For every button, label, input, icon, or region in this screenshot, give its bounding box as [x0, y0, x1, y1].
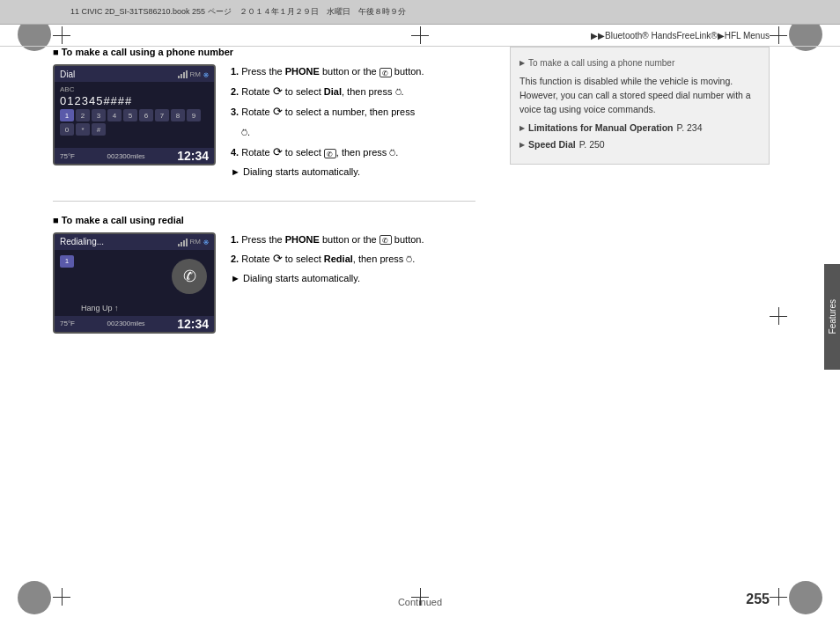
step2-auto: ► Dialing starts automatically. [231, 271, 424, 287]
breadcrumb: ▶▶Bluetooth® HandsFreeLink®▶HFL Menus [591, 31, 770, 40]
bar3b [183, 240, 185, 246]
bar1b [178, 244, 180, 246]
step1-1: 1. Press the PHONE button or the ✆ butto… [231, 64, 424, 80]
hang-up-label: Hang Up ↑ [81, 304, 119, 312]
screen2-topbar: Redialing... RM ⎈ [55, 234, 214, 250]
step2-2: 2. Rotate ⟳ to select Redial, then press… [231, 250, 424, 268]
time-display: 12:34 [177, 149, 209, 163]
temp-display2: 75°F [60, 320, 75, 327]
rm-label2: RM [190, 238, 201, 246]
dial-label: Dial [60, 70, 75, 79]
screen1-icons: RM ⎈ [178, 70, 209, 79]
key-6: 6 [139, 109, 153, 121]
screen1-bottom: 75°F 002300miles 12:34 [55, 148, 214, 164]
bluetooth-icon: ⎈ [203, 70, 209, 79]
info-box-title: To make a call using a phone number [519, 56, 760, 70]
bar3 [183, 72, 185, 78]
keypad2: 1 [60, 255, 113, 268]
phone-circle-icon: ✆ [172, 259, 207, 294]
limitations-label: Limitations for Manual Operation [528, 121, 674, 136]
speeddial-page: P. 250 [579, 138, 605, 152]
speeddial-label: Speed Dial [528, 138, 576, 152]
section2-heading: To make a call using redial [53, 215, 475, 225]
screen-dial: Dial RM ⎈ ABC [53, 64, 216, 165]
rm-label: RM [190, 70, 201, 78]
continued-label: Continued [398, 597, 442, 607]
file-info: 11 CIVIC 2D_SI-31TS86210.book 255 ページ ２０… [70, 6, 406, 18]
screen1-topbar: Dial RM ⎈ [55, 66, 214, 82]
key-0: 0 [60, 123, 74, 136]
miles-display2: 002300miles [107, 320, 145, 327]
key-5: 5 [123, 109, 137, 121]
time-display2: 12:34 [177, 317, 209, 331]
info-link-speeddial: Speed Dial P. 250 [519, 138, 760, 152]
screen1-body: ABC 012345#### 1 2 3 4 5 6 7 8 9 0 [55, 82, 214, 139]
bottom-bar: Continued [0, 597, 840, 607]
info-box: To make a call using a phone number This… [510, 47, 770, 165]
bar2 [181, 74, 182, 78]
step1-3b: ⍥. [241, 124, 424, 141]
bar4b [186, 239, 188, 246]
key2-1: 1 [60, 255, 74, 268]
key-1: 1 [60, 109, 74, 121]
header-nav: ▶▶Bluetooth® HandsFreeLink®▶HFL Menus [0, 25, 840, 47]
limitations-page: P. 234 [677, 121, 703, 136]
step2-1: 1. Press the PHONE button or the ✆ butto… [231, 232, 424, 248]
screen2-body: 1 ✆ Hang Up ↑ [55, 250, 214, 316]
section-divider [53, 201, 475, 202]
sidebar-tab: Features [824, 264, 840, 370]
miles-display: 002300miles [107, 152, 145, 160]
section1-inner: Dial RM ⎈ ABC [53, 64, 475, 183]
section1-steps: 1. Press the PHONE button or the ✆ butto… [231, 64, 424, 183]
step1-3: 3. Rotate ⟳ to select a number, then pre… [231, 103, 424, 121]
section-redial: To make a call using redial Redialing... [53, 215, 475, 344]
info-link-limitations: Limitations for Manual Operation P. 234 [519, 121, 760, 136]
right-column: To make a call using a phone number This… [510, 47, 770, 579]
top-bar: 11 CIVIC 2D_SI-31TS86210.book 255 ページ ２０… [0, 0, 840, 25]
keypad: 1 2 3 4 5 6 7 8 9 0 * # [60, 109, 209, 136]
redialing-label: Redialing... [60, 237, 104, 246]
page-number: 255 [746, 592, 770, 607]
info-box-body: This function is disabled while the vehi… [519, 75, 760, 116]
abc-label: ABC [60, 85, 209, 93]
left-column: To make a call using a phone number Dial [53, 47, 475, 579]
step1-4: 4. Rotate ⟳ to select ✆, then press ⍥. [231, 143, 424, 162]
temp-display: 75°F [60, 152, 75, 160]
main-content: To make a call using a phone number Dial [53, 47, 787, 579]
section2-inner: Redialing... RM ⎈ [53, 232, 475, 344]
key-hash: # [92, 123, 106, 136]
key-star: * [76, 123, 90, 136]
screen2-bottom: 75°F 002300miles 12:34 [55, 316, 214, 332]
bar1 [178, 76, 180, 78]
step1-auto: ► Dialing starts automatically. [231, 165, 424, 180]
sidebar-tab-label: Features [828, 299, 837, 334]
phone-number-display: 012345#### [60, 94, 209, 107]
key-3: 3 [92, 109, 106, 121]
key-7: 7 [155, 109, 169, 121]
section-phone-number: To make a call using a phone number Dial [53, 47, 475, 183]
section1-heading: To make a call using a phone number [53, 47, 475, 57]
screen2-icons: RM ⎈ [178, 237, 209, 246]
bar4 [186, 70, 188, 78]
key-9: 9 [187, 109, 201, 121]
signal-bars [178, 70, 188, 78]
step1-2: 2. Rotate ⟳ to select Dial, then press ⍥… [231, 83, 424, 101]
key-8: 8 [171, 109, 185, 121]
bar2b [181, 242, 182, 246]
key-2: 2 [76, 109, 90, 121]
section2-steps: 1. Press the PHONE button or the ✆ butto… [231, 232, 424, 290]
screen-redialing: Redialing... RM ⎈ [53, 232, 216, 334]
signal-bars2 [178, 238, 188, 246]
bluetooth-icon2: ⎈ [203, 237, 209, 246]
key-4: 4 [107, 109, 122, 121]
